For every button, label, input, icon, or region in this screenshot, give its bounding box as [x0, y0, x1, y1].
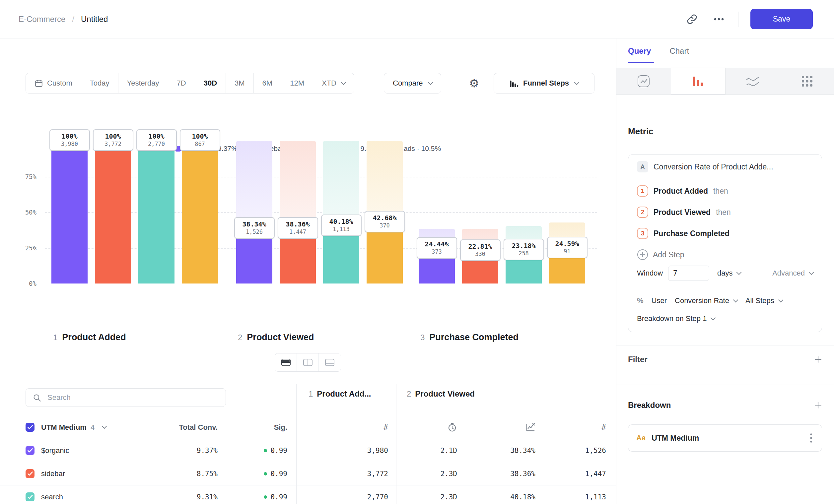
- funnel-bar-pct: 38.36%: [278, 220, 317, 228]
- measure-scope-select[interactable]: All Steps: [745, 296, 783, 305]
- funnel-bar-pct: 23.18%: [504, 242, 543, 250]
- window-unit-select[interactable]: days: [717, 266, 741, 281]
- cell-step2-time: 2.1D: [388, 446, 457, 455]
- breakdown-heading: Breakdown: [628, 400, 671, 410]
- chevron-down-icon: [737, 270, 742, 275]
- y-axis-tick: 0%: [10, 280, 37, 287]
- row-label: search: [41, 493, 63, 501]
- breakdown-property-card[interactable]: Aa UTM Medium: [628, 425, 822, 452]
- funnel-bar-solid: [138, 141, 175, 283]
- topbar-divider: [738, 12, 739, 27]
- measure-user-label[interactable]: User: [652, 296, 667, 305]
- measure-scope-label: All Steps: [745, 296, 774, 305]
- funnel-bar-label: 38.34%1,526: [234, 217, 275, 239]
- funnel-bar-count: 1,113: [322, 226, 361, 233]
- y-axis-tick: 75%: [10, 173, 37, 180]
- col-header-sig[interactable]: Sig.: [218, 423, 287, 432]
- share-link-button[interactable]: [684, 12, 700, 27]
- row-checkbox[interactable]: [25, 446, 35, 455]
- metric-title-row[interactable]: A Conversion Rate of Product Adde...: [637, 160, 813, 173]
- funnel-bar-$organic: 24.44%373: [419, 141, 455, 283]
- breadcrumb-project[interactable]: E-Commerce: [19, 15, 65, 24]
- row-checkbox[interactable]: [25, 492, 35, 501]
- active-tab-underline: [628, 62, 654, 63]
- add-breakdown-button[interactable]: [814, 401, 822, 410]
- table-row[interactable]: sidebar8.75%0.993,7722.3D38.36%1,447: [0, 462, 616, 485]
- breakdown-on-label: Breakdown on Step 1: [637, 314, 707, 323]
- funnel-bar-label: 100%867: [180, 129, 220, 151]
- funnel-bar-count: 2,770: [137, 141, 176, 147]
- funnel-bar-label: 24.59%91: [547, 237, 588, 258]
- breadcrumb: E-Commerce / Untitled: [19, 15, 108, 24]
- bar-chart-icon: [692, 75, 704, 87]
- funnel-bar-pct: 40.18%: [322, 217, 361, 226]
- measure-type-select[interactable]: Conversion Rate: [675, 296, 738, 305]
- funnel-bar-solid: [95, 141, 131, 283]
- more-options-button[interactable]: [711, 16, 726, 23]
- row-label: $organic: [41, 446, 69, 455]
- search-input[interactable]: [47, 393, 219, 402]
- metric-step[interactable]: 1Product Addedthen: [637, 185, 813, 197]
- breakdown-on-select[interactable]: Breakdown on Step 1: [637, 314, 715, 323]
- window-input[interactable]: [668, 266, 709, 281]
- col-header-step2-count[interactable]: #: [535, 423, 606, 432]
- cell-total-conv: 9.31%: [166, 493, 218, 501]
- row-checkbox[interactable]: [25, 469, 35, 478]
- funnel-bar-count: 867: [180, 141, 220, 147]
- tab-query[interactable]: Query: [628, 46, 651, 56]
- breakdown-property-label: UTM Medium: [652, 434, 699, 443]
- plus-circle-icon: [637, 249, 648, 260]
- chart-type-line[interactable]: [616, 68, 671, 94]
- layout-split-vertical-button[interactable]: [297, 353, 319, 371]
- save-button[interactable]: Save: [750, 9, 813, 29]
- advanced-button[interactable]: Advanced: [772, 266, 813, 281]
- table-row[interactable]: search9.31%0.992,7702.3D40.18%1,113: [0, 485, 616, 504]
- funnel-bar-count: 3,772: [93, 141, 133, 147]
- funnel-bar-pct: 100%: [180, 132, 220, 140]
- hash-icon: #: [383, 423, 388, 432]
- funnel-step-title: 2Product Viewed: [238, 332, 314, 343]
- tab-chart[interactable]: Chart: [670, 46, 689, 56]
- utm-medium-label[interactable]: UTM Medium: [41, 423, 87, 432]
- table-header-utm: UTM Medium 4: [0, 423, 166, 432]
- text-property-icon: Aa: [636, 434, 645, 442]
- add-filter-button[interactable]: [814, 355, 822, 364]
- step-name: Product Added: [654, 187, 708, 196]
- funnel-bar-pct: 38.34%: [235, 220, 274, 228]
- breakdown-options-button[interactable]: [809, 432, 814, 444]
- metric-step[interactable]: 2Product Viewedthen: [637, 206, 813, 218]
- chart-type-funnel[interactable]: [671, 68, 725, 94]
- step-label: Product Viewed: [247, 332, 314, 343]
- funnel-bar-label: 100%2,770: [136, 129, 177, 151]
- chart-type-grid[interactable]: [780, 68, 834, 94]
- step-number-badge: 3: [637, 228, 648, 239]
- funnel-bar-pct: 100%: [50, 132, 89, 140]
- significance-dot: [264, 449, 267, 452]
- cell-sig: 0.99: [218, 493, 287, 501]
- select-all-checkbox[interactable]: [25, 423, 35, 432]
- table-search: [25, 388, 226, 407]
- funnel-bar-label: 40.18%1,113: [321, 214, 361, 236]
- metric-card: A Conversion Rate of Product Adde... 1Pr…: [628, 154, 822, 332]
- funnel-bar-label: 22.81%330: [460, 239, 501, 261]
- chart-type-flow[interactable]: [726, 68, 780, 94]
- funnel-step-group: 24.44%37322.81%33023.18%25824.59%91: [419, 141, 585, 283]
- step-number: 1: [53, 333, 58, 342]
- ellipsis-icon: [714, 18, 724, 21]
- col-header-step1-count[interactable]: #: [287, 423, 388, 432]
- col-header-total-conv[interactable]: Total Conv.: [166, 423, 218, 432]
- metric-step[interactable]: 3Purchase Completed: [637, 227, 813, 239]
- breadcrumb-title[interactable]: Untitled: [81, 15, 108, 24]
- check-icon: [27, 472, 33, 476]
- table-row[interactable]: $organic9.37%0.993,9802.1D38.34%1,526: [0, 439, 616, 462]
- chevron-down-icon[interactable]: [102, 424, 107, 429]
- table-header-row: UTM Medium 4 Total Conv. Sig. #: [0, 416, 616, 439]
- col-header-step2-pct[interactable]: [457, 422, 535, 432]
- layout-bottom-panel-button[interactable]: [319, 353, 341, 371]
- add-step-button[interactable]: Add Step: [637, 249, 684, 260]
- add-step-label: Add Step: [653, 250, 684, 259]
- topbar-actions: Save: [684, 9, 813, 29]
- col-header-step2-time[interactable]: [388, 422, 457, 432]
- metric-title: Conversion Rate of Product Adde...: [654, 162, 773, 171]
- layout-split-horizontal-button[interactable]: [275, 353, 297, 371]
